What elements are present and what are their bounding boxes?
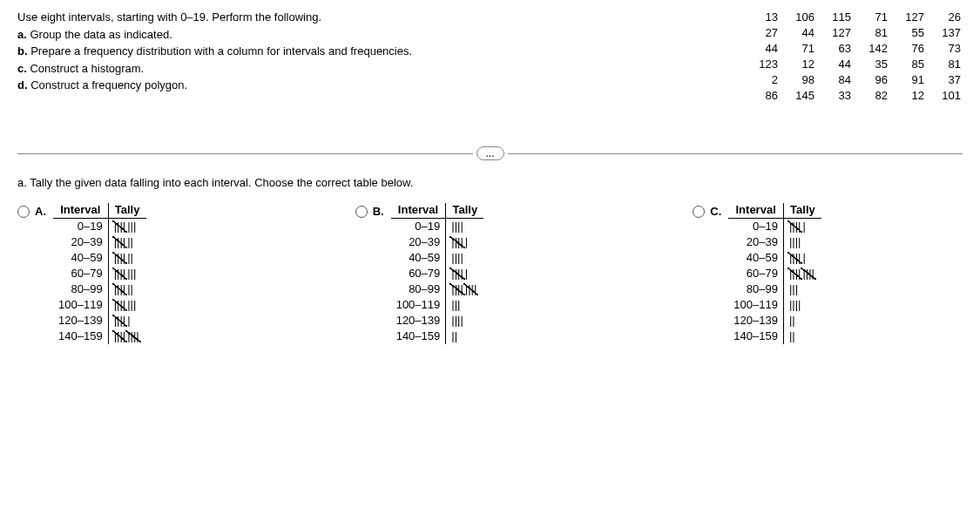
table-row: 0–19||||: [391, 219, 484, 235]
table-row: 80–99||||||||: [391, 281, 484, 297]
data-cell: 55: [889, 24, 926, 40]
tally-cell: ||: [783, 313, 821, 329]
interval-cell: 0–19: [728, 219, 783, 235]
option-C[interactable]: C. Interval Tally 0–19|||||20–39||||40–5…: [693, 203, 821, 344]
table-row: 20–39|||||: [391, 234, 484, 250]
question-prompt: a. Tally the given data falling into eac…: [17, 176, 963, 189]
data-cell: 86: [743, 87, 780, 103]
data-cell: 142: [853, 40, 889, 56]
interval-cell: 0–19: [53, 219, 108, 235]
data-cell: 96: [853, 71, 889, 87]
data-cell: 12: [889, 87, 926, 103]
data-cell: 82: [853, 87, 889, 103]
data-cell: 123: [743, 56, 780, 71]
table-row: 100–119|||||||: [53, 297, 146, 313]
data-cell: 33: [816, 87, 853, 103]
instructions-block: Use eight intervals, starting with 0–19.…: [17, 9, 708, 103]
interval-cell: 40–59: [391, 250, 446, 266]
table-row: 60–79||||||||: [728, 266, 821, 281]
table-header-interval: Interval: [728, 203, 783, 219]
tally-cell: |||: [446, 297, 484, 313]
data-cell: 145: [780, 87, 816, 103]
option-label-B: B.: [373, 203, 384, 220]
data-cell: 37: [926, 71, 963, 87]
interval-cell: 80–99: [728, 281, 783, 297]
table-row: 80–99|||: [728, 281, 821, 297]
tally-cell: |||||: [446, 234, 484, 250]
table-row: 0–19|||||||: [53, 219, 146, 235]
table-header-interval: Interval: [53, 203, 108, 219]
data-cell: 44: [816, 56, 853, 71]
table-row: 80–99||||||: [53, 281, 146, 297]
tally-cell: ||||||: [108, 250, 146, 266]
interval-cell: 40–59: [53, 250, 108, 266]
tally-cell: ||||: [783, 234, 821, 250]
table-row: 100–119|||: [391, 297, 484, 313]
label-c: c.: [17, 62, 27, 75]
interval-cell: 20–39: [53, 234, 108, 250]
table-row: 140–159||: [728, 329, 821, 344]
data-cell: 44: [743, 40, 780, 56]
data-cell: 63: [816, 40, 853, 56]
label-d: d.: [17, 78, 28, 91]
radio-B[interactable]: [355, 206, 368, 218]
tally-table-A: Interval Tally 0–19|||||||20–39||||||40–…: [53, 203, 146, 344]
tally-cell: ||||||: [108, 281, 146, 297]
data-cell: 27: [743, 24, 780, 40]
radio-A[interactable]: [17, 206, 30, 218]
table-row: 0–19|||||: [728, 219, 821, 235]
data-cell: 101: [926, 87, 963, 103]
table-header-tally: Tally: [446, 203, 484, 219]
interval-cell: 140–159: [728, 329, 783, 344]
tally-cell: |||: [783, 281, 821, 297]
more-dots-button[interactable]: ...: [476, 146, 504, 160]
tally-table-C: Interval Tally 0–19|||||20–39||||40–59||…: [728, 203, 821, 344]
tally-cell: ||||||||: [108, 329, 146, 344]
tally-cell: |||||||: [108, 297, 146, 313]
tally-table-B: Interval Tally 0–19||||20–39|||||40–59||…: [391, 203, 484, 344]
divider: ...: [17, 146, 963, 160]
data-cell: 12: [780, 56, 816, 71]
table-header-tally: Tally: [783, 203, 821, 219]
interval-cell: 100–119: [53, 297, 108, 313]
data-cell: 98: [780, 71, 816, 87]
tally-cell: ||: [783, 329, 821, 344]
interval-cell: 120–139: [728, 313, 783, 329]
data-cell: 106: [780, 9, 816, 24]
table-row: 60–79|||||: [391, 266, 484, 281]
interval-cell: 60–79: [728, 266, 783, 281]
data-cell: 2: [743, 71, 780, 87]
data-cell: 84: [816, 71, 853, 87]
table-row: 140–159||: [391, 329, 484, 344]
data-cell: 127: [816, 24, 853, 40]
interval-cell: 80–99: [391, 281, 446, 297]
tally-cell: ||||||||: [446, 281, 484, 297]
data-cell: 26: [926, 9, 963, 24]
table-row: 40–59||||||: [53, 250, 146, 266]
data-cell: 76: [889, 40, 926, 56]
interval-cell: 20–39: [391, 234, 446, 250]
data-cell: 71: [853, 9, 889, 24]
tally-cell: ||||: [446, 250, 484, 266]
table-row: 60–79|||||||: [53, 266, 146, 281]
data-cell: 44: [780, 24, 816, 40]
tally-cell: ||||: [446, 313, 484, 329]
option-label-A: A.: [35, 203, 46, 220]
tally-cell: |||||: [783, 219, 821, 235]
table-row: 40–59||||: [391, 250, 484, 266]
radio-C[interactable]: [693, 206, 705, 218]
option-B[interactable]: B. Interval Tally 0–19||||20–39|||||40–5…: [355, 203, 484, 344]
interval-cell: 120–139: [391, 313, 446, 329]
tally-cell: |||||||: [108, 266, 146, 281]
data-cell: 91: [889, 71, 926, 87]
tally-cell: |||||: [108, 313, 146, 329]
interval-cell: 100–119: [728, 297, 783, 313]
option-A[interactable]: A. Interval Tally 0–19|||||||20–39||||||…: [17, 203, 146, 344]
interval-cell: 40–59: [728, 250, 783, 266]
interval-cell: 80–99: [53, 281, 108, 297]
data-cell: 85: [889, 56, 926, 71]
table-header-tally: Tally: [108, 203, 146, 219]
table-row: 100–119||||: [728, 297, 821, 313]
tally-cell: ||||: [446, 219, 484, 235]
data-cell: 13: [743, 9, 780, 24]
